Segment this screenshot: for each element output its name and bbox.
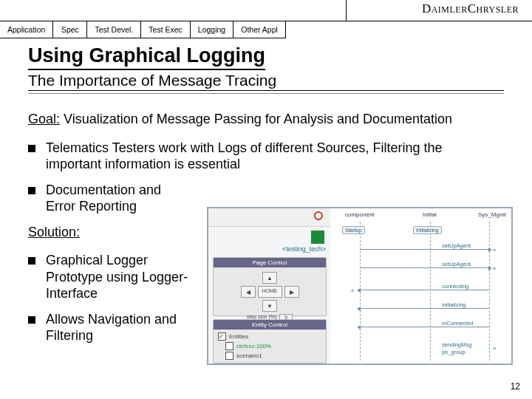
nav-pad: ▲ ◀ HOME ▶ ▼ step size (%): 5 [214, 267, 326, 325]
square-bullet-icon [28, 316, 35, 324]
col-component: component [345, 211, 375, 218]
page-control-panel: Page Control ▲ ◀ HOME ▶ ▼ step size (%):… [213, 257, 327, 316]
msg-arrow [360, 308, 489, 309]
page-title: Using Graphical Logging [28, 44, 265, 70]
bullet-list: Telematics Testers work with Logs of dif… [28, 140, 508, 215]
entity-control-header: Entity Control [214, 320, 326, 330]
hex-icon [311, 231, 324, 244]
header-divider [346, 0, 347, 21]
col-sys: Sys_Mgmt [478, 211, 506, 218]
logger-toolbar [208, 208, 330, 227]
goal-label: Goal: [28, 112, 60, 126]
chevron-left-icon: « [351, 287, 354, 294]
tab-test-devel[interactable]: Test Devel. [87, 21, 141, 38]
goal-text: Visualization of Message Passing for Ana… [60, 112, 452, 126]
arrow-down-icon[interactable]: ▼ [262, 300, 277, 312]
chevron-right-icon: » [493, 345, 496, 352]
entity-item-b[interactable]: scenario1 [215, 351, 324, 361]
goal-line: Goal: Visualization of Message Passing f… [28, 111, 508, 128]
title-block: Using Graphical Logging The Importance o… [28, 44, 502, 94]
msg-group: sendingMsg [441, 341, 472, 348]
tab-application[interactable]: Application [0, 21, 53, 38]
chevron-right-icon: » [493, 247, 496, 253]
record-icon [314, 211, 323, 220]
msg-group2: pb_group [441, 349, 466, 355]
entity-root[interactable]: Entities [215, 332, 324, 341]
arrow-up-icon[interactable]: ▲ [262, 272, 277, 284]
checkbox-icon[interactable] [225, 352, 233, 360]
divider-line [28, 90, 504, 91]
logger-left-pane: <testing_tech> Page Control ▲ ◀ HOME ▶ ▼… [208, 208, 331, 364]
bullet-text: Telematics Testers work with Logs of dif… [46, 140, 460, 173]
page-control-header: Page Control [214, 258, 326, 267]
square-bullet-icon [28, 187, 35, 194]
square-bullet-icon [28, 257, 35, 265]
msg-connect: mConnected [441, 320, 474, 327]
arrow-left-icon[interactable]: ◀ [241, 286, 256, 298]
start-box-1: Startup [342, 226, 365, 234]
tab-spec[interactable]: Spec [53, 21, 87, 38]
tab-strip: Application Spec Test Devel. Test Exec L… [0, 21, 286, 38]
page-number: 12 [511, 381, 520, 392]
msg-initial: initializing [441, 301, 467, 308]
msg-setup2: setUpAgent [441, 261, 471, 267]
checkbox-icon[interactable] [225, 342, 233, 350]
bullet-item-1: Telematics Testers work with Logs of dif… [28, 140, 508, 173]
bullet-text: Documentation and Error Reporting [46, 182, 194, 215]
arrow-right-icon[interactable]: ▶ [284, 286, 299, 298]
tab-test-exec[interactable]: Test Exec [141, 21, 191, 38]
msg-setup: setUpAgent [441, 242, 471, 249]
msg-arrow [360, 290, 489, 290]
msg-arrow [360, 327, 489, 327]
chevron-right-icon: » [493, 265, 496, 272]
entity-b-label: scenario1 [236, 352, 262, 359]
entity-a-label: ctcfxxx:100% [236, 343, 271, 349]
header-bar: DaimlerChrysler [0, 0, 532, 21]
bullet-text: Graphical Logger Prototype using Logger-… [46, 252, 194, 302]
lifeline-initial [430, 222, 431, 361]
divider-line-shadow [28, 93, 504, 94]
logger-screenshot: <testing_tech> Page Control ▲ ◀ HOME ▶ ▼… [207, 207, 513, 365]
home-button[interactable]: HOME [258, 286, 282, 298]
msg-arrow [360, 249, 489, 250]
bullet-text: Allows Navigation and Filtering [46, 311, 194, 344]
msg-connecting: connecting [441, 283, 469, 290]
lifeline-sys [489, 222, 490, 361]
entity-control-panel: Entity Control Entities ctcfxxx:100% sce… [213, 319, 327, 364]
tab-other-appl[interactable]: Other Appl [233, 21, 286, 38]
checkbox-checked-icon[interactable] [218, 332, 226, 341]
square-bullet-icon [28, 145, 35, 152]
brand-logo: DaimlerChrysler [422, 1, 519, 16]
testing-tech-tag: <testing_tech> [282, 245, 326, 253]
sequence-diagram: component Initial Sys_Mgmt Startup Initi… [330, 208, 511, 364]
col-initial: Initial [423, 211, 437, 218]
msg-arrow [360, 267, 489, 268]
entity-root-label: Entities [229, 333, 248, 340]
start-box-2: Initializing [413, 226, 442, 234]
entity-item-a[interactable]: ctcfxxx:100% [215, 341, 324, 351]
tab-logging[interactable]: Logging [191, 21, 233, 38]
